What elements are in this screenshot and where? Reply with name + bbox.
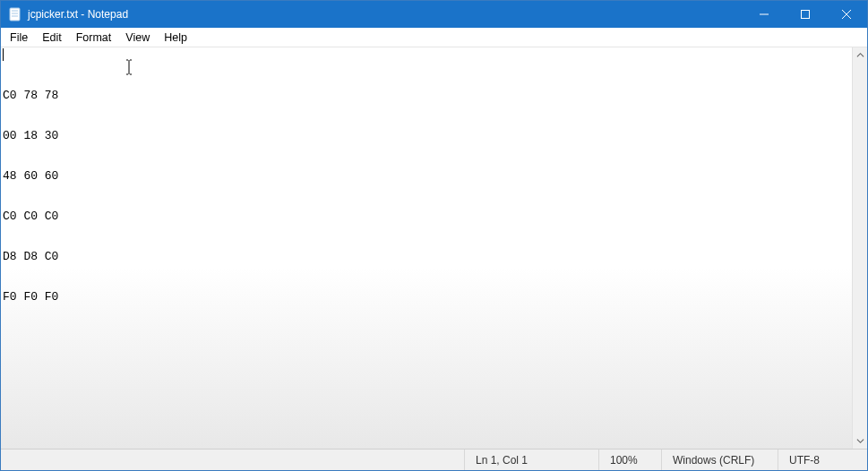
- editor-line: 48 60 60: [3, 169, 850, 183]
- window-title: jcpicker.txt - Notepad: [28, 8, 128, 21]
- titlebar[interactable]: jcpicker.txt - Notepad: [1, 1, 867, 28]
- minimize-button[interactable]: [743, 1, 785, 28]
- status-position: Ln 1, Col 1: [464, 450, 598, 470]
- editor-line: D8 D8 C0: [3, 250, 850, 263]
- editor-line: C0 78 78: [3, 89, 850, 102]
- vertical-scrollbar[interactable]: [852, 47, 867, 449]
- menu-file[interactable]: File: [3, 30, 35, 46]
- editor-line: 00 18 30: [3, 129, 850, 142]
- svg-rect-5: [802, 11, 810, 19]
- editor-area: C0 78 78 00 18 30 48 60 60 C0 C0 C0 D8 D…: [1, 47, 867, 449]
- menubar: File Edit Format View Help: [1, 28, 867, 47]
- status-encoding: UTF-8: [778, 450, 867, 470]
- close-button[interactable]: [826, 1, 867, 28]
- editor-line: F0 F0 F0: [3, 290, 850, 304]
- notepad-window: jcpicker.txt - Notepad File Edit Format …: [0, 0, 868, 471]
- status-line-ending: Windows (CRLF): [661, 450, 778, 470]
- maximize-button[interactable]: [785, 1, 826, 28]
- menu-view[interactable]: View: [118, 30, 157, 46]
- scroll-up-arrow-icon[interactable]: [853, 47, 868, 63]
- menu-edit[interactable]: Edit: [35, 30, 69, 46]
- statusbar: Ln 1, Col 1 100% Windows (CRLF) UTF-8: [1, 449, 867, 470]
- notepad-icon: [8, 7, 22, 21]
- text-editor[interactable]: C0 78 78 00 18 30 48 60 60 C0 C0 C0 D8 D…: [1, 47, 852, 449]
- scroll-down-arrow-icon[interactable]: [853, 433, 868, 449]
- text-caret: [3, 48, 4, 61]
- status-zoom: 100%: [598, 450, 661, 470]
- ibeam-cursor-icon: [68, 47, 134, 92]
- editor-line: C0 C0 C0: [3, 210, 850, 223]
- menu-help[interactable]: Help: [157, 30, 194, 46]
- status-empty: [1, 450, 464, 470]
- menu-format[interactable]: Format: [69, 30, 119, 46]
- svg-rect-0: [10, 8, 20, 21]
